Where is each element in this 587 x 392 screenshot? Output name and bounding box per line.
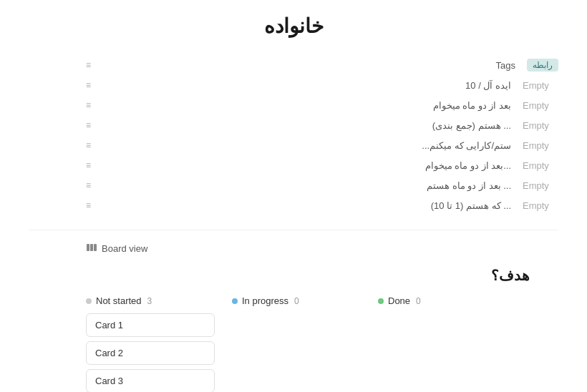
svg-rect-1 bbox=[90, 244, 93, 251]
svg-rect-2 bbox=[94, 244, 97, 251]
dot-not-started bbox=[86, 298, 92, 304]
row1-value: Empty bbox=[523, 80, 558, 91]
row6-label: ... بعد از دو ماه هستم bbox=[102, 180, 511, 191]
column-done: Done 0 bbox=[378, 295, 507, 313]
column-header-done: Done 0 bbox=[378, 295, 507, 306]
dot-in-progress bbox=[232, 298, 238, 304]
list-icon: ≡ bbox=[86, 180, 97, 190]
board-section: Board view هدف؟ Not started 3 Card 1 Car… bbox=[29, 242, 558, 392]
row1-label: ایده آل / 10 bbox=[102, 80, 511, 91]
property-row-row4: ≡ ستم/کارایی که میکنم... Empty bbox=[86, 135, 558, 155]
property-row-row1: ≡ ایده آل / 10 Empty bbox=[86, 75, 558, 95]
property-row-row6: ≡ ... بعد از دو ماه هستم Empty bbox=[86, 175, 558, 195]
list-icon: ≡ bbox=[86, 160, 97, 170]
row2-value: Empty bbox=[523, 100, 558, 111]
label-in-progress: In progress bbox=[242, 295, 288, 306]
label-done: Done bbox=[388, 295, 410, 306]
column-header-in-progress: In progress 0 bbox=[232, 295, 361, 306]
row3-value: Empty bbox=[523, 120, 558, 131]
row3-label: ... هستم (جمع بندی) bbox=[102, 120, 511, 131]
row5-value: Empty bbox=[523, 160, 558, 171]
page-title: خانواده bbox=[29, 14, 558, 38]
row7-value: Empty bbox=[523, 200, 558, 211]
row4-value: Empty bbox=[523, 140, 558, 151]
count-in-progress: 0 bbox=[294, 296, 299, 306]
list-icon: ≡ bbox=[86, 200, 97, 210]
tags-section: ≡ Tags رابطه ≡ ایده آل / 10 Empty ≡ بعد … bbox=[29, 55, 558, 215]
card-2[interactable]: Card 2 bbox=[86, 341, 215, 365]
card-3[interactable]: Card 3 bbox=[86, 369, 215, 392]
tags-badge[interactable]: رابطه bbox=[527, 59, 558, 72]
column-in-progress: In progress 0 bbox=[232, 295, 361, 313]
count-not-started: 3 bbox=[147, 296, 152, 306]
list-icon: ≡ bbox=[86, 100, 97, 110]
row5-label: ...بعد از دو ماه میخوام bbox=[102, 160, 511, 171]
row7-label: ... که هستم (1 تا 10) bbox=[102, 200, 511, 211]
svg-rect-0 bbox=[87, 244, 89, 251]
board-header: Board view bbox=[29, 242, 558, 255]
row6-value: Empty bbox=[523, 180, 558, 191]
list-icon: ≡ bbox=[86, 140, 97, 150]
label-not-started: Not started bbox=[96, 295, 142, 306]
card-1[interactable]: Card 1 bbox=[86, 313, 215, 337]
page-container: خانواده ≡ Tags رابطه ≡ ایده آل / 10 Empt… bbox=[0, 0, 587, 392]
property-row-row2: ≡ بعد از دو ماه میخوام Empty bbox=[86, 95, 558, 115]
row2-label: بعد از دو ماه میخوام bbox=[102, 100, 511, 111]
list-icon: ≡ bbox=[86, 60, 97, 70]
dot-done bbox=[378, 298, 384, 304]
kanban-container: Not started 3 Card 1 Card 2 Card 3 In pr… bbox=[29, 295, 558, 392]
property-row-row3: ≡ ... هستم (جمع بندی) Empty bbox=[86, 115, 558, 135]
property-row-row5: ≡ ...بعد از دو ماه میخوام Empty bbox=[86, 155, 558, 175]
divider bbox=[29, 230, 558, 230]
count-done: 0 bbox=[416, 296, 421, 306]
board-label: Board view bbox=[102, 243, 147, 254]
column-not-started: Not started 3 Card 1 Card 2 Card 3 bbox=[86, 295, 215, 392]
column-header-not-started: Not started 3 bbox=[86, 295, 215, 306]
tags-label: Tags bbox=[102, 60, 515, 71]
board-icon bbox=[86, 242, 97, 255]
list-icon: ≡ bbox=[86, 120, 97, 130]
property-row-row7: ≡ ... که هستم (1 تا 10) Empty bbox=[86, 195, 558, 215]
list-icon: ≡ bbox=[86, 80, 97, 90]
goal-title: هدف؟ bbox=[29, 267, 558, 284]
tags-row: ≡ Tags رابطه bbox=[86, 55, 558, 75]
row4-label: ستم/کارایی که میکنم... bbox=[102, 140, 511, 151]
